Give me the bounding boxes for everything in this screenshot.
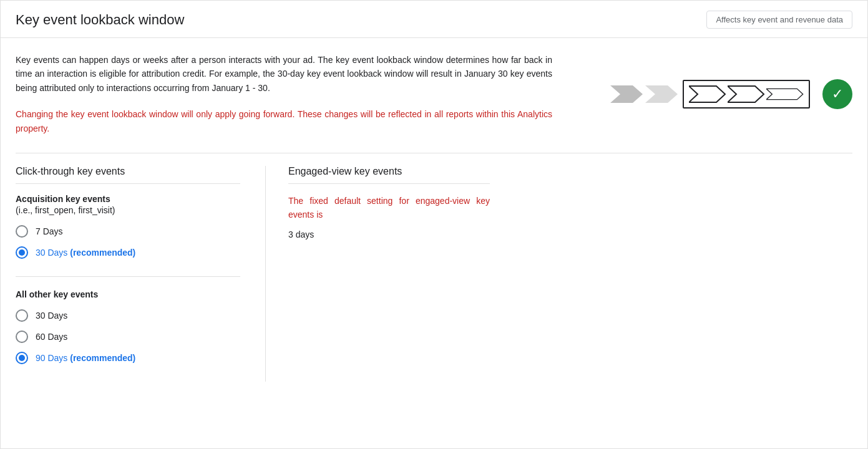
check-icon: ✓ bbox=[832, 87, 843, 101]
svg-marker-2 bbox=[689, 86, 725, 102]
other-90days-item[interactable]: 90 Days (recommended) bbox=[16, 352, 240, 364]
svg-marker-4 bbox=[766, 89, 803, 99]
other-30days-radio[interactable] bbox=[16, 309, 28, 322]
gray-arrow-2 bbox=[645, 83, 678, 105]
outlined-arrows-box bbox=[683, 80, 810, 109]
check-circle: ✓ bbox=[822, 79, 852, 109]
page-title: Key event lookback window bbox=[16, 12, 184, 28]
other-90days-recommended: (recommended) bbox=[70, 353, 135, 363]
other-60days-label: 60 Days bbox=[36, 332, 67, 342]
acquisition-7days-item[interactable]: 7 Days bbox=[16, 225, 240, 238]
acquisition-radio-group: 7 Days 30 Days (recommended) bbox=[16, 225, 240, 259]
other-30days-item[interactable]: 30 Days bbox=[16, 309, 240, 322]
other-90days-radio-inner bbox=[19, 355, 25, 361]
acquisition-sublabel: (i.e., first_open, first_visit) bbox=[16, 205, 240, 215]
svg-marker-1 bbox=[645, 85, 678, 103]
engaged-view-column: Engaged-view key events The fixed defaul… bbox=[265, 166, 490, 382]
main-description: Key events can happen days or weeks afte… bbox=[16, 53, 552, 95]
svg-marker-3 bbox=[728, 86, 764, 102]
acquisition-7days-label: 7 Days bbox=[36, 226, 63, 236]
other-90days-label: 90 Days (recommended) bbox=[36, 353, 135, 363]
click-through-title: Click-through key events bbox=[16, 166, 240, 184]
description-section: Key events can happen days or weeks afte… bbox=[16, 53, 852, 135]
other-30days-label: 30 Days bbox=[36, 311, 67, 321]
acquisition-divider bbox=[16, 276, 240, 277]
svg-marker-0 bbox=[610, 85, 643, 103]
acquisition-label: Acquisition key events bbox=[16, 194, 240, 204]
all-other-label: All other key events bbox=[16, 289, 240, 299]
acquisition-30days-recommended: (recommended) bbox=[70, 248, 135, 258]
outline-arrow-3 bbox=[766, 85, 804, 104]
main-divider bbox=[16, 153, 852, 153]
acquisition-30days-radio[interactable] bbox=[16, 246, 28, 259]
acquisition-7days-radio[interactable] bbox=[16, 225, 28, 238]
acquisition-section: Acquisition key events (i.e., first_open… bbox=[16, 194, 240, 259]
engaged-view-title: Engaged-view key events bbox=[288, 166, 490, 184]
outline-arrow-2 bbox=[728, 85, 765, 104]
content-area: Key events can happen days or weeks afte… bbox=[1, 38, 867, 397]
acquisition-30days-radio-inner bbox=[19, 249, 25, 256]
gray-arrows bbox=[610, 83, 678, 105]
other-90days-radio[interactable] bbox=[16, 352, 28, 364]
engaged-view-description: The fixed default setting for engaged-vi… bbox=[288, 194, 490, 222]
other-60days-radio[interactable] bbox=[16, 331, 28, 343]
all-other-radio-group: 30 Days 60 Days 9 bbox=[16, 309, 240, 364]
other-60days-item[interactable]: 60 Days bbox=[16, 331, 240, 343]
page-container: Key event lookback window Affects key ev… bbox=[0, 0, 868, 449]
header: Key event lookback window Affects key ev… bbox=[1, 1, 867, 38]
engaged-view-days: 3 days bbox=[288, 229, 490, 239]
acquisition-30days-item[interactable]: 30 Days (recommended) bbox=[16, 246, 240, 259]
options-section: Click-through key events Acquisition key… bbox=[16, 166, 852, 382]
description-note: Changing the key event lookback window w… bbox=[16, 107, 552, 135]
acquisition-30days-label: 30 Days (recommended) bbox=[36, 248, 135, 258]
click-through-column: Click-through key events Acquisition key… bbox=[16, 166, 240, 382]
gray-arrow-1 bbox=[610, 83, 643, 105]
description-text-block: Key events can happen days or weeks afte… bbox=[16, 53, 552, 135]
header-subtitle: Affects key event and revenue data bbox=[706, 11, 852, 29]
all-other-section: All other key events 30 Days 60 Day bbox=[16, 289, 240, 364]
diagram-area: ✓ bbox=[610, 79, 852, 109]
outline-arrow-1 bbox=[689, 85, 726, 104]
